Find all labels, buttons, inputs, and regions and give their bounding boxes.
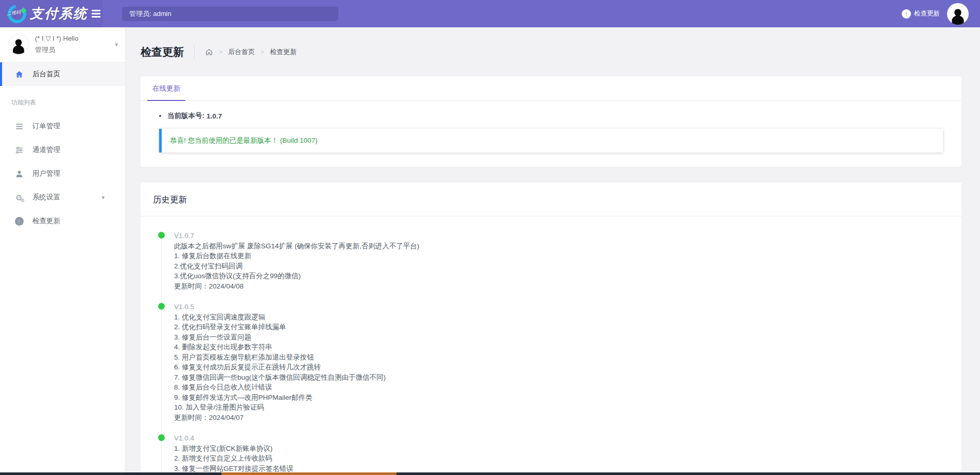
- update-timeline: V1.0.7此版本之后都用sw扩展 废除SG14扩展 (确保你安装了再更新,否则…: [158, 231, 949, 475]
- timeline-entry: V1.0.51. 优化支付宝回调速度跟逻辑2. 优化扫码登录支付宝账单掉线漏单3…: [158, 302, 949, 422]
- chevron-separator: >: [261, 48, 264, 56]
- arrow-up-circle-icon: ↑: [14, 217, 24, 226]
- admin-label: 管理员: admin: [129, 9, 171, 19]
- sidebar-item-label: 检查更新: [32, 216, 60, 226]
- user-role: 管理员: [35, 45, 78, 55]
- current-version-label: 当前版本号:: [167, 111, 204, 121]
- tabs-row: 在线更新: [141, 76, 961, 101]
- changelog-line: 3. 修复后台一些设置问题: [174, 332, 949, 343]
- breadcrumb-home[interactable]: 后台首页: [228, 47, 255, 57]
- breadcrumb: > 后台首页 > 检查更新: [205, 47, 297, 57]
- version-label: V1.0.5: [174, 302, 949, 312]
- logo-title: 支付系统: [30, 5, 88, 23]
- timeline-dot: [158, 303, 165, 310]
- page-header: 检查更新 > 后台首页 > 检查更新: [141, 27, 961, 76]
- hamburger-menu-icon[interactable]: [92, 10, 100, 18]
- chevron-down-icon: ▾: [101, 194, 105, 201]
- changelog-line: 1. 优化支付宝回调速度跟逻辑: [174, 312, 949, 323]
- list-icon: [14, 122, 24, 131]
- changelog-line: 1. 新增支付宝(新CK新账单协议): [174, 444, 949, 454]
- taskbar-orange-segment: [221, 472, 397, 475]
- sidebar-section-label: 功能列表: [0, 86, 125, 114]
- sidebar-item-label: 通道管理: [32, 145, 60, 155]
- home-outline-icon[interactable]: [205, 48, 213, 56]
- changelog-line: 8. 修复后台今日总收入统计错误: [174, 382, 949, 393]
- timeline-entry: V1.0.41. 新增支付宝(新CK新账单协议)2. 新增支付宝自定义上传收款码…: [158, 433, 949, 475]
- changelog-line: 2. 新增支付宝自定义上传收款码: [174, 453, 949, 464]
- online-update-card: 在线更新 当前版本号: 1.0.7 恭喜! 您当前使用的已是最新版本！ (Bui…: [141, 76, 961, 167]
- divider: [194, 45, 195, 59]
- changelog-line: 6. 修复支付成功后反复提示正在跳转几次才跳转: [174, 362, 949, 372]
- changelog-line: 3.优化uos微信协议(支持百分之99的微信): [174, 271, 949, 281]
- chevron-down-icon: ▾: [115, 41, 118, 48]
- bottom-taskbar-strip: [0, 472, 980, 475]
- bullet-dot: [159, 115, 161, 117]
- chevron-separator: >: [219, 48, 222, 56]
- changelog-line: 1. 修复后台数据在线更新: [174, 251, 949, 261]
- logo-badge-text: 二维码: [6, 9, 21, 17]
- changelog-line: 9. 修复邮件发送方式—改用PHPMailer邮件类: [174, 393, 949, 403]
- user-icon: [14, 169, 24, 178]
- check-update-button[interactable]: ↑ 检查更新: [902, 9, 940, 19]
- sidebar-item-label: 系统设置: [32, 193, 60, 202]
- qrcode-logo-icon: 二维码: [6, 3, 28, 25]
- sidebar-item-label: 后台首页: [32, 70, 60, 79]
- current-version-line: 当前版本号: 1.0.7: [150, 111, 952, 121]
- sidebar-item-home[interactable]: 后台首页: [0, 62, 125, 86]
- user-avatar[interactable]: [947, 3, 969, 25]
- page-title: 检查更新: [141, 45, 184, 59]
- version-label: V1.0.7: [174, 231, 949, 241]
- home-icon: [14, 70, 24, 79]
- breadcrumb-current[interactable]: 检查更新: [270, 47, 297, 57]
- sidebar-item-label: 用户管理: [32, 169, 60, 178]
- sidebar-item-settings[interactable]: ⚙⚙ 系统设置 ▾: [0, 185, 125, 209]
- gears-icon: ⚙⚙: [14, 194, 24, 201]
- tab-online-update[interactable]: 在线更新: [147, 76, 185, 101]
- changelog-line: 4. 删除发起支付出现参数字符串: [174, 342, 949, 352]
- admin-badge: 管理员: admin: [122, 7, 338, 21]
- version-label: V1.0.4: [174, 433, 949, 444]
- top-header-bar: 二维码 支付系统 管理员: admin ↑ 检查更新: [0, 0, 980, 27]
- changelog-line: 此版本之后都用sw扩展 废除SG14扩展 (确保你安装了再更新,否则进入不了平台…: [174, 241, 949, 251]
- timeline-dot: [158, 434, 165, 441]
- timeline-entry: V1.0.7此版本之后都用sw扩展 废除SG14扩展 (确保你安装了再更新,否则…: [158, 231, 949, 291]
- history-card: 历史更新 V1.0.7此版本之后都用sw扩展 废除SG14扩展 (确保你安装了再…: [141, 182, 961, 475]
- topbar-actions: ↑ 检查更新: [902, 3, 980, 25]
- sidebar-user-card[interactable]: (* Ⅰ ▽ Ⅰ *) Hello 管理员 ▾: [0, 27, 125, 62]
- sidebar-item-users[interactable]: 用户管理: [0, 162, 125, 185]
- latest-version-alert: 恭喜! 您当前使用的已是最新版本！ (Build 1007): [159, 129, 943, 152]
- arrow-up-circle-icon: ↑: [902, 9, 911, 19]
- sidebar-avatar: [8, 34, 29, 55]
- sidebar-item-check-update[interactable]: ↑ 检查更新: [0, 209, 125, 233]
- sidebar: (* Ⅰ ▽ Ⅰ *) Hello 管理员 ▾ 后台首页 功能列表 订单管理: [0, 27, 125, 475]
- timeline-dot: [158, 232, 165, 239]
- changelog-line: 2.优化支付宝扫码回调: [174, 261, 949, 272]
- user-greeting: (* Ⅰ ▽ Ⅰ *) Hello: [35, 35, 78, 42]
- changelog-line: 7. 修复微信回调一些bug(这个版本微信回调稳定性自测由于微信不同): [174, 372, 949, 383]
- sliders-icon: [14, 146, 24, 155]
- changelog-line: 10. 加入登录/注册图片验证码: [174, 402, 949, 413]
- sidebar-item-label: 订单管理: [32, 122, 60, 131]
- changelog-line: 更新时间：2024/04/07: [174, 413, 949, 423]
- changelog-line: 5. 用户首页模板左侧导航栏添加退出登录按钮: [174, 352, 949, 363]
- check-update-label: 检查更新: [914, 9, 940, 18]
- logo[interactable]: 二维码 支付系统: [0, 0, 103, 27]
- sidebar-item-channels[interactable]: 通道管理: [0, 138, 125, 162]
- main-content: 检查更新 > 后台首页 > 检查更新 在线更新 当前版本号: 1.0.7 恭喜!…: [125, 27, 980, 475]
- sidebar-item-orders[interactable]: 订单管理: [0, 114, 125, 138]
- changelog-line: 2. 优化扫码登录支付宝账单掉线漏单: [174, 322, 949, 332]
- history-title: 历史更新: [141, 182, 961, 216]
- changelog-line: 更新时间：2024/04/08: [174, 281, 949, 292]
- current-version-value: 1.0.7: [207, 112, 222, 120]
